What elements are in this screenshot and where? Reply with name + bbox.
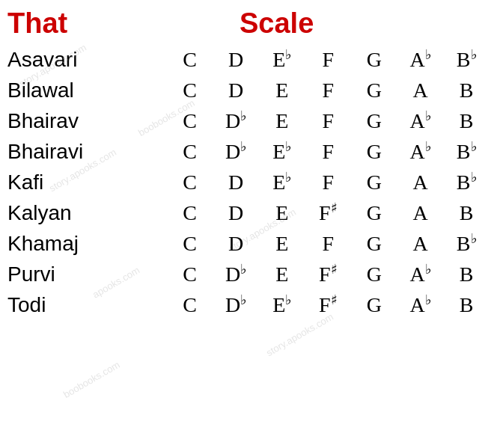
note-accidental: ♭	[285, 47, 291, 62]
note-accidental: ♭	[425, 139, 431, 154]
note-cell: C	[167, 44, 213, 75]
note-cell: C	[167, 289, 213, 320]
note-letter: A	[409, 140, 424, 163]
note-cell: D	[213, 44, 259, 75]
note-cell: G	[351, 228, 397, 259]
note-cell: G	[351, 75, 397, 105]
note-letter: B	[457, 232, 471, 255]
note-cell: C	[167, 167, 213, 197]
header-row: That Scale	[7, 7, 490, 40]
note-cell: B♭	[443, 136, 490, 167]
table-row: TodiCD♭E♭F♯GA♭B	[7, 289, 490, 320]
note-cell: B♭	[443, 44, 490, 75]
note-cell: G	[351, 44, 397, 75]
note-cell: D♭	[213, 136, 259, 167]
that-label: That	[7, 7, 142, 40]
note-cell: F	[305, 44, 352, 75]
table-row: PurviCD♭EF♯GA♭B	[7, 259, 490, 289]
note-letter: E	[272, 171, 285, 194]
note-letter: E	[272, 48, 285, 71]
note-cell: B	[443, 289, 490, 320]
note-letter: D	[225, 293, 240, 316]
note-accidental: ♭	[285, 170, 291, 185]
note-cell: E♭	[259, 44, 305, 75]
note-cell: B	[443, 197, 490, 228]
note-letter: B	[457, 171, 471, 194]
raag-name: Bhairav	[7, 105, 167, 136]
note-accidental: ♭	[425, 292, 431, 307]
note-cell: E♭	[259, 289, 305, 320]
note-cell: F	[305, 75, 352, 105]
raag-table: AsavariCDE♭FGA♭B♭BilawalCDEFGABBhairavCD…	[7, 44, 490, 320]
table-row: KafiCDE♭FGAB♭	[7, 167, 490, 197]
note-cell: G	[351, 289, 397, 320]
note-cell: C	[167, 197, 213, 228]
note-cell: D	[213, 75, 259, 105]
note-cell: F	[305, 136, 352, 167]
note-cell: F	[305, 228, 352, 259]
table-row: BhairavCD♭EFGA♭B	[7, 105, 490, 136]
note-cell: F♯	[305, 289, 352, 320]
note-cell: A	[397, 197, 444, 228]
note-cell: G	[351, 105, 397, 136]
note-cell: D	[213, 228, 259, 259]
note-cell: C	[167, 105, 213, 136]
note-letter: B	[457, 140, 471, 163]
note-cell: C	[167, 228, 213, 259]
note-cell: E♭	[259, 167, 305, 197]
note-letter: F	[319, 293, 331, 316]
note-cell: A♭	[397, 289, 444, 320]
note-accidental: ♭	[285, 139, 291, 154]
note-cell: B	[443, 259, 490, 289]
raag-name: Kalyan	[7, 197, 167, 228]
table-row: BhairaviCD♭E♭FGA♭B♭	[7, 136, 490, 167]
note-cell: D	[213, 197, 259, 228]
note-accidental: ♭	[240, 108, 246, 123]
note-cell: B♭	[443, 228, 490, 259]
note-letter: B	[457, 48, 471, 71]
watermark-7: boobooks.com	[61, 359, 122, 400]
table-row: KalyanCDEF♯GAB	[7, 197, 490, 228]
raag-name: Bhairavi	[7, 136, 167, 167]
note-cell: F	[305, 167, 352, 197]
table-row: BilawalCDEFGAB	[7, 75, 490, 105]
note-accidental: ♭	[240, 139, 246, 154]
note-cell: G	[351, 136, 397, 167]
raag-name: Asavari	[7, 44, 167, 75]
note-accidental: ♭	[471, 47, 477, 62]
note-accidental: ♭	[240, 292, 246, 307]
note-letter: A	[409, 293, 424, 316]
note-cell: B♭	[443, 167, 490, 197]
note-cell: G	[351, 197, 397, 228]
note-cell: A♭	[397, 105, 444, 136]
note-cell: A	[397, 228, 444, 259]
note-accidental: ♭	[425, 108, 431, 123]
note-cell: C	[167, 136, 213, 167]
note-letter: E	[272, 140, 285, 163]
note-accidental: ♭	[471, 170, 477, 185]
note-cell: B	[443, 75, 490, 105]
note-cell: D	[213, 167, 259, 197]
note-cell: A	[397, 167, 444, 197]
note-cell: D♭	[213, 289, 259, 320]
raag-name: Khamaj	[7, 228, 167, 259]
note-cell: E♭	[259, 136, 305, 167]
note-accidental: ♭	[425, 47, 431, 62]
page-container: story.apooks.com boobooks.com story.apoo…	[0, 0, 503, 328]
note-accidental: ♭	[240, 262, 246, 277]
note-accidental: ♭	[425, 262, 431, 277]
note-letter: A	[409, 48, 424, 71]
scale-label: Scale	[240, 7, 314, 40]
note-letter: E	[272, 293, 285, 316]
note-cell: A♭	[397, 44, 444, 75]
raag-name: Purvi	[7, 259, 167, 289]
raag-name: Bilawal	[7, 75, 167, 105]
note-cell: A♭	[397, 259, 444, 289]
note-cell: D♭	[213, 259, 259, 289]
note-accidental: ♭	[471, 231, 477, 246]
note-cell: E	[259, 259, 305, 289]
note-letter: A	[409, 109, 424, 132]
note-accidental: ♯	[331, 262, 338, 277]
note-accidental: ♭	[471, 139, 477, 154]
table-row: KhamajCDEFGAB♭	[7, 228, 490, 259]
